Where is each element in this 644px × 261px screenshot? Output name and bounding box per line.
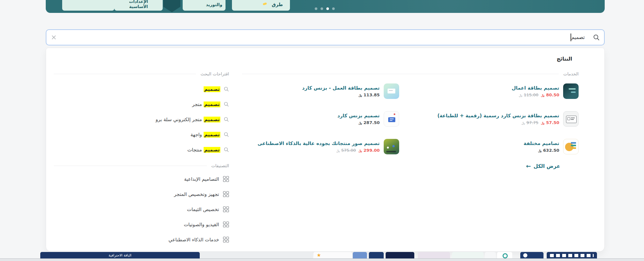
suggestion-text: تصميم متجر إلكتروني سلة برو (156, 117, 220, 122)
carousel-dot[interactable] (321, 7, 323, 10)
carousel-dot-active[interactable] (326, 7, 329, 10)
service-price: 287.50 ﷼ (337, 120, 380, 125)
promo-banner-card[interactable]: الباقة الاحترافية (40, 252, 200, 259)
service-result-item[interactable]: تصاميم مختلفة 632.50 ﷼ (422, 139, 579, 154)
riyal-symbol: ﷼ (538, 149, 542, 152)
section-divider (54, 166, 207, 166)
service-thumbnail-ai-product-photos (384, 139, 399, 154)
promo-banner-card[interactable] (547, 252, 597, 259)
arrow-left-icon: ← (526, 163, 531, 169)
riyal-symbol: ﷼ (522, 121, 525, 125)
promo-banner-card[interactable] (520, 252, 543, 259)
circle-icon (523, 253, 527, 257)
service-thumbnail-business-card-dark (563, 83, 579, 99)
category-item[interactable]: الفيديو والصوتيات (54, 217, 229, 232)
suggestion-text: تصميم منتجات (187, 147, 220, 153)
services-section-header: الخدمات (242, 71, 579, 77)
promo-banner-card[interactable] (497, 252, 512, 259)
riyal-symbol: ﷼ (541, 93, 544, 97)
category-label: التصاميم الإبداعية (184, 176, 219, 182)
category-label: خدمات الذكاء الاصطناعي (168, 237, 219, 243)
carousel-dot[interactable] (332, 7, 335, 10)
riyal-symbol: ﷼ (359, 149, 362, 152)
search-input[interactable] (46, 29, 605, 45)
carousel-dot[interactable] (315, 7, 317, 10)
categories-list: التصاميم الإبداعية تجهيز وتخصيص المتجر ت… (54, 171, 229, 247)
category-item[interactable]: خدمات الذكاء الاصطناعي (54, 232, 229, 247)
service-title: تصميم بطاقة اعمال (512, 85, 559, 91)
riyal-symbol: ﷼ (541, 121, 544, 125)
original-price: 115.00 ﷼ (519, 92, 539, 97)
service-thumbnail-business-card-blue (384, 111, 399, 127)
service-result-item[interactable]: تصميم بطاقة اعمال 80.50 ﷼ 115.00 ﷼ (422, 83, 579, 99)
search-icon[interactable] (593, 34, 600, 41)
services-grid: تصميم بطاقة اعمال 80.50 ﷼ 115.00 ﷼ تصميم… (242, 83, 579, 154)
category-item[interactable]: تجهيز وتخصيص المتجر (54, 187, 229, 202)
carousel-slide-basic-settings: الإعدادات الأساسية (114, 0, 163, 11)
grid-icon (223, 221, 229, 227)
promo-banner-card[interactable] (353, 252, 367, 259)
categories-section-label: التصنيفات (211, 163, 229, 168)
suggestions-list: تصميم تصميم متجر تصميم متجر إلكتروني سلة… (54, 82, 229, 157)
service-title: تصميم بزنس كارد (337, 113, 380, 119)
category-item[interactable]: التصاميم الإبداعية (54, 171, 229, 187)
magnifier-icon (224, 132, 229, 137)
hero-banner-carousel[interactable]: الإعدادات الأساسية والتوريد طرق (46, 0, 605, 13)
service-price: 57.50 ﷼ 97.75 ﷼ (437, 120, 559, 125)
magnifier-icon (224, 147, 229, 152)
suggestion-highlight: تصميم (204, 117, 220, 122)
promo-banner-card[interactable] (200, 252, 313, 259)
grid-icon (223, 191, 229, 197)
promo-banner-card[interactable] (418, 252, 450, 259)
suggestions-section-header: اقتراحات البحث (54, 71, 229, 77)
suggestion-highlight: تصميم (204, 132, 220, 138)
service-price: 632.50 ﷼ (524, 148, 559, 153)
section-divider (242, 74, 559, 74)
suggestion-item[interactable]: تصميم متجر (54, 97, 229, 112)
banner-text-decoration (550, 254, 594, 257)
service-result-item[interactable]: تصميم بطاقة بزنس كارد رسمية (رقمية + للط… (422, 111, 579, 127)
service-result-item[interactable]: تصميم صور منتجاتك بجوده عالية بالذكاء ال… (242, 139, 399, 154)
suggestion-highlight: تصميم (204, 147, 220, 153)
text-cursor (571, 34, 571, 41)
services-section-label: الخدمات (563, 71, 579, 76)
magnifier-icon (224, 117, 229, 122)
suggestions-section: اقتراحات البحث تصميم تصميم متجر تصميم مت… (54, 71, 229, 247)
category-item[interactable]: تخصيص الثيمات (54, 202, 229, 217)
service-title: تصاميم مختلفة (524, 140, 559, 146)
horizontal-scrollbar[interactable] (0, 258, 644, 261)
service-result-item[interactable]: تصميم بزنس كارد 287.50 ﷼ (242, 111, 399, 127)
suggestion-item[interactable]: تصميم متجر إلكتروني سلة برو (54, 112, 229, 127)
search-bar (46, 29, 605, 45)
slide-text: طرق (272, 2, 283, 7)
promo-banner-card[interactable]: ★ (313, 252, 352, 259)
price: 113.85 ﷼ (359, 92, 380, 97)
grid-icon (223, 176, 229, 182)
promo-banner-card[interactable] (369, 252, 384, 259)
sale-price: 57.50 ﷼ (541, 120, 559, 125)
promo-banner-card[interactable] (485, 252, 496, 259)
grid-icon (223, 237, 229, 243)
circle-icon (503, 253, 508, 258)
suggestion-item[interactable]: تصميم واجهة (54, 127, 229, 142)
promo-banner-card[interactable] (452, 252, 484, 259)
suggestion-text: تصميم واجهة (190, 132, 220, 138)
clear-search-icon[interactable] (51, 34, 57, 40)
suggestion-item[interactable]: تصميم (54, 82, 229, 97)
view-all-link[interactable]: عرض الكل ← (242, 163, 579, 169)
service-price: 299.00 ﷼ 575.00 ﷼ (257, 148, 380, 153)
category-label: الفيديو والصوتيات (184, 222, 219, 227)
magnifier-icon (224, 86, 229, 92)
riyal-symbol: ﷼ (359, 121, 362, 125)
service-result-item[interactable]: تصميم بطاقة العمل - بزنس كارد 113.85 ﷼ (242, 83, 399, 99)
service-title: تصميم صور منتجاتك بجوده عالية بالذكاء ال… (257, 140, 380, 146)
suggestion-item[interactable]: تصميم منتجات (54, 142, 229, 157)
service-price: 80.50 ﷼ 115.00 ﷼ (512, 92, 559, 97)
star-logo-icon: ★ (317, 252, 321, 258)
sale-price: 299.00 ﷼ (359, 148, 380, 153)
price: 287.50 ﷼ (359, 120, 380, 125)
results-title: النتائج (557, 56, 572, 62)
service-thumbnail-id-card (563, 111, 579, 127)
services-section: الخدمات تصميم بطاقة اعمال 80.50 ﷼ 115.00… (242, 71, 579, 169)
promo-banner-card[interactable] (386, 252, 414, 259)
